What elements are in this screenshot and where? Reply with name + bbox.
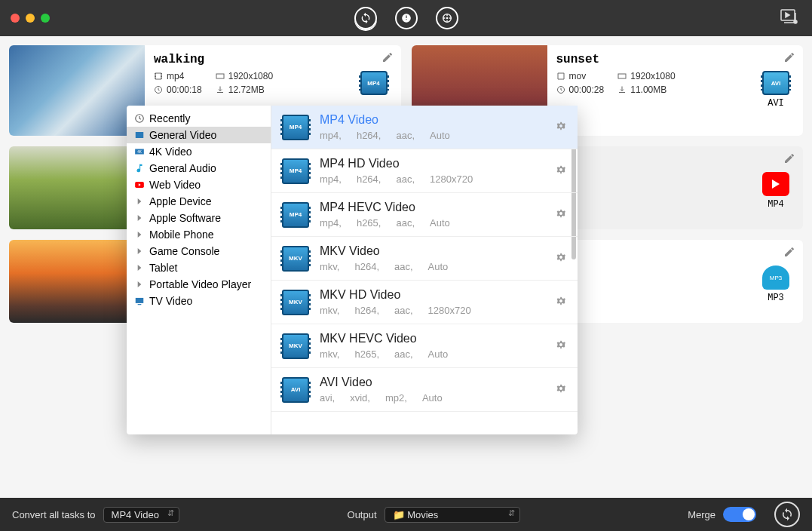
category-label: Apple Software bbox=[149, 212, 221, 224]
resolution: 1920x1080 bbox=[630, 71, 675, 81]
svg-rect-6 bbox=[618, 74, 626, 78]
task-title: sunset bbox=[556, 53, 795, 66]
mode-tabs bbox=[354, 7, 458, 29]
media-library-icon[interactable] bbox=[780, 9, 798, 27]
svg-rect-4 bbox=[216, 74, 224, 78]
output-format-badge[interactable]: MP4 bbox=[762, 172, 789, 210]
download-mode-icon[interactable] bbox=[395, 7, 418, 29]
avi-icon: AVI bbox=[762, 71, 789, 95]
video-thumbnail bbox=[9, 240, 145, 323]
merge-label: Merge bbox=[688, 509, 715, 520]
category-label: Portable Video Player bbox=[149, 278, 251, 290]
format-option-mp4-video[interactable]: MP4MP4 Videomp4,h264,aac,Auto bbox=[271, 106, 578, 149]
task-meta: mov 1920x1080 00:00:28 11.00MB bbox=[556, 71, 676, 95]
gear-icon[interactable] bbox=[555, 339, 567, 354]
youtube-icon bbox=[762, 172, 789, 196]
format-title: MP4 Video bbox=[320, 113, 544, 127]
category-sidebar: RecentlyGeneral Video4K4K VideoGeneral A… bbox=[127, 106, 271, 434]
edit-icon[interactable] bbox=[783, 152, 795, 164]
convert-format-select[interactable]: MP4 Video bbox=[103, 507, 179, 523]
svg-rect-11 bbox=[136, 132, 144, 138]
chev-icon bbox=[134, 246, 145, 256]
format-picker-dropdown: RecentlyGeneral Video4K4K VideoGeneral A… bbox=[127, 106, 578, 434]
gear-icon[interactable] bbox=[555, 164, 567, 179]
format-title: MKV Video bbox=[320, 244, 544, 258]
gear-icon[interactable] bbox=[555, 382, 567, 397]
category-label: General Audio bbox=[149, 162, 216, 174]
svg-text:4K: 4K bbox=[137, 150, 142, 154]
format-title: MKV HEVC Video bbox=[320, 332, 544, 345]
category-item-portable-video-player[interactable]: Portable Video Player bbox=[127, 276, 271, 293]
chev-icon bbox=[134, 196, 145, 207]
format-list[interactable]: MP4MP4 Videomp4,h264,aac,AutoMP4MP4 HD V… bbox=[271, 106, 578, 434]
video-thumbnail bbox=[9, 45, 145, 136]
yt-icon bbox=[134, 180, 145, 190]
video-thumbnail bbox=[9, 146, 145, 229]
format-file-icon: AVI bbox=[282, 377, 309, 403]
category-item-tv-video[interactable]: TV Video bbox=[127, 293, 271, 309]
mp3-icon: MP3 bbox=[762, 266, 789, 290]
output-format-badge[interactable]: MP3 MP3 bbox=[762, 266, 789, 303]
edit-mode-icon[interactable] bbox=[436, 7, 458, 29]
format-title: MP4 HEVC Video bbox=[320, 201, 544, 214]
merge-toggle[interactable] bbox=[723, 507, 756, 522]
category-item-general-audio[interactable]: General Audio bbox=[127, 160, 271, 176]
gear-icon[interactable] bbox=[555, 120, 567, 135]
format-option-mkv-hd-video[interactable]: MKVMKV HD Videomkv,h264,aac,1280x720 bbox=[271, 281, 578, 324]
category-label: Apple Device bbox=[149, 195, 212, 207]
chev-icon bbox=[134, 262, 145, 273]
category-item-recently[interactable]: Recently bbox=[127, 110, 271, 127]
badge-label: MP3 bbox=[768, 293, 784, 303]
format-option-mkv-hevc-video[interactable]: MKVMKV HEVC Videomkv,h265,aac,Auto bbox=[271, 324, 578, 368]
task-title: walking bbox=[154, 53, 392, 66]
gear-icon[interactable] bbox=[555, 251, 567, 266]
zoom-window-button[interactable] bbox=[41, 14, 50, 23]
clock-icon bbox=[134, 113, 145, 124]
format-file-icon: MKV bbox=[282, 333, 309, 359]
file-format: mov bbox=[569, 71, 587, 81]
category-label: Mobile Phone bbox=[149, 229, 214, 241]
title-bar bbox=[0, 0, 812, 36]
format-details: mp4,h264,aac,1280x720 bbox=[320, 173, 544, 185]
category-item-general-video[interactable]: General Video bbox=[127, 127, 271, 143]
format-title: MP4 HD Video bbox=[320, 157, 544, 170]
convert-mode-icon[interactable] bbox=[354, 7, 377, 29]
category-item-web-video[interactable]: Web Video bbox=[127, 176, 271, 193]
format-file-icon: MP4 bbox=[282, 158, 309, 184]
edit-icon[interactable] bbox=[381, 51, 394, 63]
start-convert-button[interactable] bbox=[774, 502, 800, 527]
audio-icon bbox=[134, 163, 145, 173]
format-file-icon: MP4 bbox=[282, 115, 309, 140]
format-option-avi-video[interactable]: AVIAVI Videoavi,xvid,mp2,Auto bbox=[271, 368, 578, 412]
edit-icon[interactable] bbox=[783, 51, 795, 63]
category-item-tablet[interactable]: Tablet bbox=[127, 259, 271, 276]
format-option-mkv-video[interactable]: MKVMKV Videomkv,h264,aac,Auto bbox=[271, 237, 578, 281]
output-format-badge[interactable]: AVI AVI bbox=[762, 71, 789, 109]
category-label: General Video bbox=[149, 129, 216, 141]
convert-all-label: Convert all tasks to bbox=[12, 509, 96, 520]
format-details: mkv,h264,aac,Auto bbox=[320, 261, 544, 272]
category-item-apple-software[interactable]: Apple Software bbox=[127, 210, 271, 226]
category-item-4k-video[interactable]: 4K4K Video bbox=[127, 143, 271, 160]
format-option-mp4-hevc-video[interactable]: MP4MP4 HEVC Videomp4,h265,aac,Auto bbox=[271, 193, 578, 237]
category-item-apple-device[interactable]: Apple Device bbox=[127, 193, 271, 210]
category-item-mobile-phone[interactable]: Mobile Phone bbox=[127, 226, 271, 243]
gear-icon[interactable] bbox=[555, 207, 567, 223]
output-format-badge[interactable]: MP4 MP4 bbox=[360, 71, 388, 109]
output-folder-value: Movies bbox=[407, 509, 438, 520]
close-window-button[interactable] bbox=[11, 14, 20, 23]
category-item-game-console[interactable]: Game Console bbox=[127, 243, 271, 259]
gear-icon[interactable] bbox=[555, 295, 567, 310]
format-details: avi,xvid,mp2,Auto bbox=[320, 392, 544, 404]
format-file-icon: MP4 bbox=[282, 202, 309, 228]
output-folder-select[interactable]: 📁 Movies bbox=[385, 507, 520, 523]
4k-icon: 4K bbox=[134, 146, 145, 157]
minimize-window-button[interactable] bbox=[26, 14, 35, 23]
format-details: mkv,h265,aac,Auto bbox=[320, 348, 544, 360]
output-label: Output bbox=[348, 509, 377, 520]
category-label: Game Console bbox=[149, 245, 219, 257]
format-option-mp4-hd-video[interactable]: MP4MP4 HD Videomp4,h264,aac,1280x720 bbox=[271, 149, 578, 193]
edit-icon[interactable] bbox=[783, 246, 795, 258]
category-label: Recently bbox=[149, 112, 190, 124]
format-title: AVI Video bbox=[320, 376, 544, 389]
